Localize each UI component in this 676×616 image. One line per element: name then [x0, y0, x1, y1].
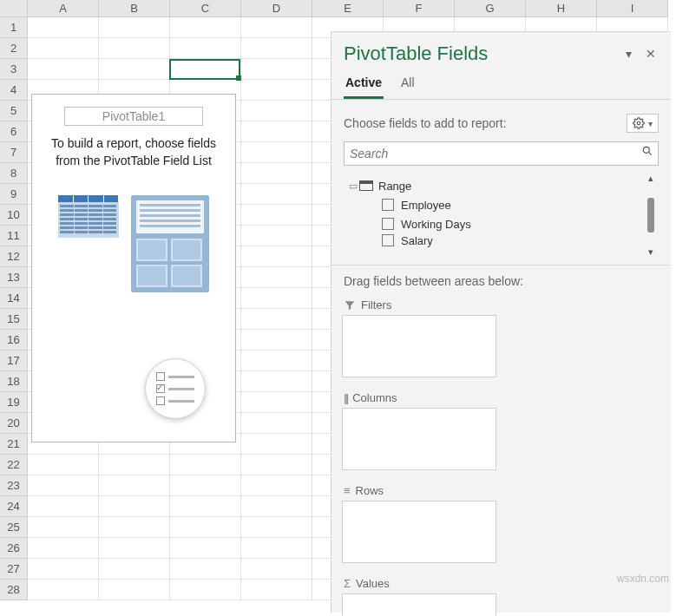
cell[interactable]: [170, 496, 241, 517]
column-header-E[interactable]: E: [312, 0, 384, 17]
column-header-B[interactable]: B: [99, 0, 170, 17]
row-header-17[interactable]: 17: [0, 351, 28, 371]
row-header-19[interactable]: 19: [0, 392, 28, 413]
cell[interactable]: [241, 559, 312, 580]
scroll-down-icon[interactable]: ▾: [648, 246, 653, 258]
column-header-D[interactable]: D: [241, 0, 312, 17]
cell[interactable]: [241, 475, 312, 496]
row-header-23[interactable]: 23: [0, 475, 28, 496]
row-header-12[interactable]: 12: [0, 246, 28, 267]
cell[interactable]: [99, 59, 170, 80]
tab-active[interactable]: Active: [344, 70, 384, 99]
row-header-25[interactable]: 25: [0, 517, 28, 538]
area-values-dropzone[interactable]: [342, 593, 496, 616]
area-filters-dropzone[interactable]: [342, 315, 496, 377]
area-rows-dropzone[interactable]: [342, 501, 496, 563]
cell[interactable]: [241, 288, 312, 309]
cell[interactable]: [241, 434, 312, 455]
cell[interactable]: [241, 496, 312, 517]
cell[interactable]: [170, 538, 241, 559]
cell[interactable]: [28, 475, 99, 496]
cell[interactable]: [241, 205, 312, 226]
field-item-salary[interactable]: Salary: [344, 233, 641, 247]
cell[interactable]: [28, 17, 99, 38]
cell[interactable]: [241, 330, 312, 351]
cell[interactable]: [241, 38, 312, 59]
cell[interactable]: [241, 226, 312, 246]
cell[interactable]: [99, 517, 170, 538]
cell[interactable]: [28, 559, 99, 580]
checkbox-employee[interactable]: [382, 199, 394, 211]
cell[interactable]: [99, 38, 170, 59]
row-header-28[interactable]: 28: [0, 580, 28, 600]
row-header-20[interactable]: 20: [0, 413, 28, 434]
cell[interactable]: [170, 475, 241, 496]
cell[interactable]: [241, 17, 312, 38]
field-root-range[interactable]: ▭ Range: [344, 176, 641, 195]
row-header-16[interactable]: 16: [0, 330, 28, 351]
row-header-22[interactable]: 22: [0, 455, 28, 475]
scroll-thumb[interactable]: [647, 198, 654, 233]
cell[interactable]: [241, 351, 312, 371]
cell[interactable]: [99, 559, 170, 580]
row-header-4[interactable]: 4: [0, 80, 28, 101]
cell[interactable]: [241, 580, 312, 600]
cell[interactable]: [241, 80, 312, 101]
row-header-14[interactable]: 14: [0, 288, 28, 309]
close-icon[interactable]: ✕: [643, 47, 659, 61]
cell[interactable]: [28, 496, 99, 517]
field-item-working-days[interactable]: Working Days: [344, 214, 641, 233]
cell[interactable]: [241, 371, 312, 392]
tools-dropdown-button[interactable]: ▾: [627, 114, 659, 133]
column-header-F[interactable]: F: [384, 0, 455, 17]
row-header-6[interactable]: 6: [0, 121, 28, 142]
cell[interactable]: [241, 309, 312, 330]
cell[interactable]: [170, 17, 241, 38]
cell[interactable]: [28, 455, 99, 475]
cell[interactable]: [170, 559, 241, 580]
cell[interactable]: [241, 101, 312, 121]
row-header-21[interactable]: 21: [0, 434, 28, 455]
cell[interactable]: [241, 267, 312, 288]
row-header-7[interactable]: 7: [0, 142, 28, 163]
cell[interactable]: [170, 517, 241, 538]
cell[interactable]: [99, 475, 170, 496]
row-header-24[interactable]: 24: [0, 496, 28, 517]
row-header-10[interactable]: 10: [0, 205, 28, 226]
row-header-11[interactable]: 11: [0, 226, 28, 246]
row-header-9[interactable]: 9: [0, 184, 28, 205]
cell[interactable]: [241, 142, 312, 163]
field-list-scrollbar[interactable]: ▴ ▾: [643, 173, 659, 258]
pivottable-placeholder[interactable]: PivotTable1 To build a report, choose fi…: [31, 94, 236, 442]
cell[interactable]: [241, 246, 312, 267]
cell[interactable]: [99, 496, 170, 517]
cell[interactable]: [241, 455, 312, 475]
field-item-employee[interactable]: Employee: [344, 195, 641, 214]
cell[interactable]: [170, 38, 241, 59]
cell[interactable]: [170, 580, 241, 600]
cell[interactable]: [241, 163, 312, 184]
cell[interactable]: [170, 455, 241, 475]
row-header-27[interactable]: 27: [0, 559, 28, 580]
column-header-H[interactable]: H: [526, 0, 597, 17]
taskpane-options-icon[interactable]: ▾: [620, 47, 636, 61]
collapse-icon[interactable]: ▭: [349, 180, 358, 192]
column-header-C[interactable]: C: [170, 0, 241, 17]
row-header-26[interactable]: 26: [0, 538, 28, 559]
cell[interactable]: [241, 392, 312, 413]
cell[interactable]: [99, 17, 170, 38]
area-columns-dropzone[interactable]: [342, 408, 496, 470]
checkbox-working-days[interactable]: [382, 218, 394, 230]
field-list[interactable]: ▭ Range Employee Working Days Salary: [344, 173, 641, 258]
cell[interactable]: [241, 413, 312, 434]
column-header-I[interactable]: I: [597, 0, 668, 17]
row-header-3[interactable]: 3: [0, 59, 28, 80]
row-header-5[interactable]: 5: [0, 101, 28, 121]
cell[interactable]: [99, 455, 170, 475]
cell[interactable]: [170, 59, 241, 80]
select-all-corner[interactable]: [0, 0, 28, 17]
cell[interactable]: [28, 38, 99, 59]
search-input[interactable]: [344, 141, 659, 166]
cell[interactable]: [99, 538, 170, 559]
cell[interactable]: [99, 580, 170, 600]
